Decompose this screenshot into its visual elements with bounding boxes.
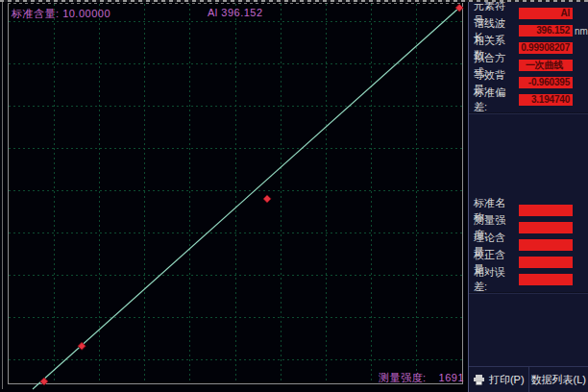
relative-error-field <box>519 274 573 285</box>
standard-content-readout: 标准含量: 10.00000 <box>12 7 110 21</box>
printer-icon <box>473 375 485 385</box>
series-title: Al 396.152 <box>208 7 263 18</box>
wavelength-field: 396.152 <box>519 25 573 37</box>
bottom-toolbar: 打印(P) 数据列表(L) <box>469 366 588 392</box>
standard-label: 相对误差: <box>474 265 519 294</box>
standard-content-label: 标准含量: <box>12 8 60 19</box>
correlation-field: 0.99908207 <box>519 42 573 54</box>
app-window: 标准含量: 10.00000 Al 396.152 测量强度:1691 元素符号… <box>0 0 588 392</box>
measured-intensity-value: 1691 <box>439 372 464 383</box>
theoretical-content-field <box>519 239 573 251</box>
stat-label: 标准偏差: <box>474 86 519 114</box>
calibration-plot-area[interactable] <box>0 0 468 392</box>
standard-name-field <box>519 205 573 216</box>
corrected-content-field <box>519 257 573 268</box>
standard-content-value: 10.00000 <box>62 8 110 19</box>
print-button[interactable]: 打印(P) <box>469 367 529 392</box>
panel-spacer <box>469 117 588 202</box>
data-point-marker[interactable] <box>263 195 271 203</box>
calibration-chart: 标准含量: 10.00000 Al 396.152 测量强度:1691 <box>0 0 468 392</box>
equivalent-background-field: -0.960395 <box>519 77 573 88</box>
measured-intensity-readout: 测量强度:1691 <box>379 371 464 385</box>
standard-row-relative-error: 相对误差: <box>469 271 588 288</box>
results-panel: 元素符号: Al 谱线波长: 396.152 nm 相关系数: 0.999082… <box>468 0 588 392</box>
wavelength-unit: nm <box>575 26 588 37</box>
measured-intensity-label: 测量强度: <box>379 372 427 383</box>
fit-method-field: 一次曲线 <box>519 60 573 71</box>
standard-deviation-field: 3.194740 <box>519 94 573 106</box>
print-button-label: 打印(P) <box>489 373 525 387</box>
measured-intensity-field <box>519 222 573 233</box>
stat-row-standard-deviation: 标准偏差: 3.194740 <box>469 91 588 109</box>
data-list-button-label: 数据列表(L) <box>531 373 586 387</box>
data-list-button[interactable]: 数据列表(L) <box>529 367 588 392</box>
element-symbol-field: Al <box>519 8 573 19</box>
